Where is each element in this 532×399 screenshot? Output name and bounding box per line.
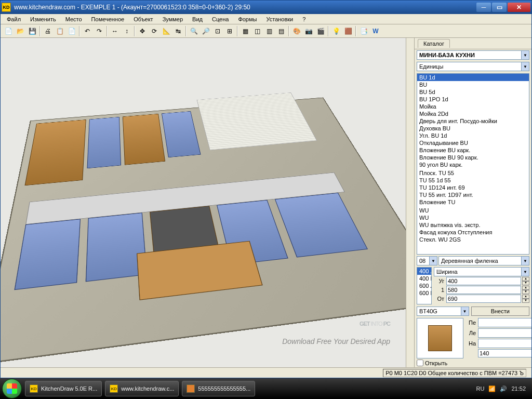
menu-file[interactable]: Файл: [3, 15, 25, 23]
menu-view[interactable]: Вид: [188, 15, 207, 23]
taskbar-item[interactable]: KDwww.kitchendraw.c...: [105, 381, 179, 396]
tray-lang[interactable]: RU: [476, 385, 485, 392]
tb-grid-icon[interactable]: ▤: [275, 25, 287, 37]
menu-scene[interactable]: Сцена: [208, 15, 233, 23]
taskbar-item[interactable]: 555555555555555...: [182, 381, 255, 396]
chevron-down-icon[interactable]: ▼: [429, 257, 437, 265]
tb-camera-icon[interactable]: 📷: [303, 25, 314, 37]
catalog-tab[interactable]: Каталог: [418, 39, 450, 48]
tb-view3d-icon[interactable]: ◫: [251, 25, 263, 37]
tb-open-icon[interactable]: 📂: [15, 25, 26, 37]
open-checkbox[interactable]: [417, 360, 423, 366]
taskbar-item[interactable]: KDKitchenDraw 5.0E R...: [25, 381, 102, 396]
maximize-button[interactable]: ▭: [492, 3, 507, 12]
start-button[interactable]: [2, 379, 22, 398]
menu-help[interactable]: ?: [298, 15, 310, 23]
tb-word-icon[interactable]: W: [370, 25, 381, 37]
list-item[interactable]: Вложение BU карк.: [417, 147, 529, 154]
tb-dim-icon[interactable]: ↹: [172, 25, 184, 37]
list-item[interactable]: BU 1d: [417, 74, 529, 81]
tb-arrow-icon[interactable]: ↔: [109, 25, 121, 37]
tb-view2d-icon[interactable]: ▦: [240, 25, 251, 37]
tb-render-icon[interactable]: 🎨: [291, 25, 302, 37]
style-name-select[interactable]: Деревянная филенка ▼: [438, 256, 529, 265]
tb-undo-icon[interactable]: ↶: [82, 25, 93, 37]
list-item[interactable]: 400 П: [417, 275, 431, 282]
viewport-3d[interactable]: GET INTO PC Download Free Your Desired A…: [1, 38, 406, 367]
list-item[interactable]: 600 П: [417, 289, 431, 297]
menu-marked[interactable]: Помеченное: [87, 15, 129, 23]
list-item[interactable]: BU 1PO 1d: [417, 96, 529, 103]
list-item[interactable]: TU 55 1d 55: [417, 177, 529, 184]
ug-input[interactable]: [446, 277, 521, 285]
list-item[interactable]: Духовка BU: [417, 125, 529, 132]
chevron-down-icon[interactable]: ▼: [521, 257, 529, 265]
list-item[interactable]: Плоск. TU 55: [417, 169, 529, 177]
tb-light-icon[interactable]: 💡: [330, 25, 342, 37]
viewport-scrollbar[interactable]: [406, 38, 414, 367]
tray-vol-icon[interactable]: 🔊: [500, 385, 507, 392]
catalog-select[interactable]: МИНИ-БАЗА КУХНИ ▼: [417, 50, 529, 60]
le-select[interactable]: ▼: [478, 328, 531, 338]
list-item[interactable]: TU 1D124 инт. 69: [417, 184, 529, 191]
dim1-input[interactable]: [446, 286, 521, 294]
units-select[interactable]: Единицы ▼: [417, 62, 529, 71]
tb-mat-icon[interactable]: 🟫: [342, 25, 354, 37]
list-item[interactable]: WU: [417, 214, 529, 221]
minimize-button[interactable]: ─: [476, 3, 491, 12]
list-item[interactable]: BU: [417, 81, 529, 88]
tb-move-icon[interactable]: ✥: [137, 25, 148, 37]
chevron-down-icon[interactable]: ▼: [461, 307, 469, 315]
menu-zoom[interactable]: Зуммер: [158, 15, 187, 23]
tb-new-icon[interactable]: 📄: [3, 25, 14, 37]
list-item[interactable]: WU вытяжка vis. экстр.: [417, 221, 529, 229]
dim1-spinner[interactable]: ▲▼: [522, 286, 529, 294]
list-item[interactable]: Вложение TU: [417, 198, 529, 206]
list-item[interactable]: Мойка 2Dd: [417, 110, 529, 117]
list-item[interactable]: 400 Л: [417, 268, 431, 275]
list-item[interactable]: Фасад кожуха Отступления: [417, 229, 529, 236]
ot-input[interactable]: [446, 295, 521, 303]
tray-net-icon[interactable]: 📶: [488, 385, 496, 392]
chevron-down-icon[interactable]: ▼: [521, 62, 529, 71]
tb-paste-icon[interactable]: 📄: [66, 25, 77, 37]
tb-zoomall-icon[interactable]: ⊞: [224, 25, 235, 37]
ha-select[interactable]: ▼: [478, 339, 531, 348]
width-select[interactable]: Ширина ▼: [434, 267, 529, 276]
tb-doc-icon[interactable]: 📑: [358, 25, 369, 37]
ha-input[interactable]: [478, 349, 531, 357]
tb-zoomfit-icon[interactable]: ⊡: [212, 25, 223, 37]
menu-object[interactable]: Объект: [129, 15, 157, 23]
list-item[interactable]: Угл. BU 1d: [417, 132, 529, 139]
tb-video-icon[interactable]: 🎬: [315, 25, 326, 37]
list-item[interactable]: Дверь для инт. Посудо-мойки: [417, 117, 529, 125]
list-item[interactable]: Откладывание BU: [417, 139, 529, 147]
tb-copy-icon[interactable]: 📋: [54, 25, 65, 37]
list-item[interactable]: 90 угол BU карк.: [417, 161, 529, 168]
tb-print-icon[interactable]: 🖨: [42, 25, 54, 37]
model-select[interactable]: BT40G ▼: [417, 307, 469, 316]
ug-spinner[interactable]: ▲▼: [522, 277, 529, 285]
list-item[interactable]: WU: [417, 207, 529, 214]
menu-edit[interactable]: Изменить: [26, 15, 60, 23]
items-listbox[interactable]: BU 1dBUBU 5dBU 1PO 1dМойкаМойка 2DdДверь…: [417, 73, 529, 255]
close-button[interactable]: ✕: [508, 3, 530, 12]
list-item[interactable]: Вложение BU 90 карк.: [417, 154, 529, 161]
chevron-down-icon[interactable]: ▼: [521, 51, 529, 59]
insert-button[interactable]: Внести: [471, 307, 530, 316]
menu-forms[interactable]: Формы: [234, 15, 261, 23]
list-item[interactable]: BU 5d: [417, 88, 529, 96]
list-item[interactable]: TU 55 инт. 1D97 инт.: [417, 191, 529, 198]
tb-measure-icon[interactable]: 📐: [161, 25, 172, 37]
sizes-listbox[interactable]: 400 Л400 П600 Л600 П: [417, 267, 432, 304]
list-item[interactable]: Мойка: [417, 103, 529, 110]
tb-zoomin-icon[interactable]: 🔍: [188, 25, 200, 37]
ot-spinner[interactable]: ▲▼: [522, 295, 529, 303]
menu-place[interactable]: Место: [61, 15, 86, 23]
tb-rotate-icon[interactable]: ⟳: [149, 25, 160, 37]
tb-elev-icon[interactable]: ▥: [263, 25, 275, 37]
system-tray[interactable]: RU 📶 🔊 21:52: [472, 385, 530, 392]
tb-save-icon[interactable]: 💾: [26, 25, 38, 37]
tb-arrow2-icon[interactable]: ↕: [121, 25, 132, 37]
tb-zoomout-icon[interactable]: 🔎: [200, 25, 211, 37]
